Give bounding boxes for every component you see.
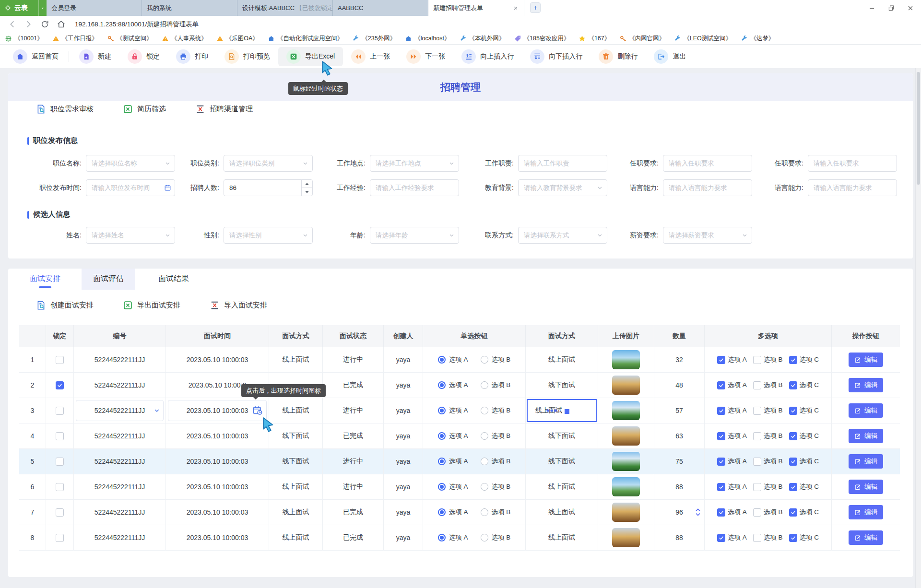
form-field-text[interactable]: 请输入工作经验要求 <box>370 179 459 196</box>
option-checkbox[interactable] <box>717 483 725 491</box>
uploaded-image-thumbnail[interactable] <box>612 503 640 522</box>
form-field-select[interactable]: 请选择姓名 <box>86 227 175 244</box>
lock-checkbox[interactable] <box>56 534 64 542</box>
radio-button[interactable] <box>481 483 488 491</box>
form-field-text[interactable]: 请输入工作职责 <box>518 155 607 172</box>
bookmark-item[interactable]: 《localhost》 <box>405 35 450 43</box>
form-field-text[interactable]: 请输入语言能力要求 <box>663 179 752 196</box>
bookmark-item[interactable]: 《185密改应用》 <box>514 35 570 43</box>
number-spinner[interactable] <box>301 180 312 196</box>
form-field-date[interactable]: 请输入职位发布时间 <box>86 179 175 196</box>
spinner-up-icon[interactable] <box>302 180 312 188</box>
bookmark-item[interactable]: 《达梦》 <box>741 35 774 43</box>
checkbox-option[interactable]: 选项 B <box>753 432 783 440</box>
checkbox-option[interactable]: 选项 A <box>717 482 747 491</box>
radio-button[interactable] <box>481 356 488 364</box>
uploaded-image-thumbnail[interactable] <box>612 528 640 547</box>
radio-option[interactable]: 选项 A <box>438 381 468 389</box>
form-field-text[interactable]: 请输入语言能力要求 <box>808 179 897 196</box>
radio-button[interactable] <box>438 534 446 541</box>
address-bar[interactable]: 192.168.1.235:88/10001/新建招聘管理表单 <box>75 20 199 29</box>
radio-option[interactable]: 选项 B <box>481 432 511 440</box>
option-checkbox[interactable] <box>717 508 725 517</box>
bookmark-item[interactable]: 《人事系统》 <box>162 35 207 43</box>
uploaded-image-thumbnail[interactable] <box>612 477 640 496</box>
forward-button[interactable] <box>24 20 33 29</box>
uploaded-image-thumbnail[interactable] <box>612 376 640 395</box>
cell-fill-handle[interactable] <box>565 409 569 414</box>
radio-button[interactable] <box>438 356 446 364</box>
radio-option[interactable]: 选项 B <box>481 355 511 364</box>
uploaded-image-thumbnail[interactable] <box>612 350 640 369</box>
back-button[interactable] <box>8 20 17 29</box>
radio-option[interactable]: 选项 A <box>438 482 468 491</box>
scrollbar-thumb[interactable] <box>917 72 920 185</box>
checkbox-option[interactable]: 选项 C <box>789 381 819 389</box>
close-button[interactable] <box>901 0 920 16</box>
radio-button[interactable] <box>438 508 446 516</box>
bookmark-item[interactable]: 《LEO测试空间》 <box>674 35 732 43</box>
page-scrollbar[interactable] <box>915 68 921 588</box>
lock-checkbox[interactable] <box>56 483 64 491</box>
browser-tab[interactable]: AABBCC <box>333 0 428 16</box>
toolbar-button-退出[interactable]: 退出 <box>646 47 694 66</box>
checkbox-option[interactable]: 选项 B <box>753 406 783 415</box>
toolbar-button-打印预览[interactable]: 打印预览 <box>216 47 278 66</box>
form-field-number[interactable]: 86 <box>224 179 313 196</box>
checkbox-option[interactable]: 选项 C <box>789 432 819 440</box>
radio-button[interactable] <box>481 508 488 516</box>
option-checkbox[interactable] <box>753 534 761 542</box>
checkbox-option[interactable]: 选项 C <box>789 482 819 491</box>
option-checkbox[interactable] <box>753 356 761 364</box>
option-checkbox[interactable] <box>717 534 725 542</box>
option-checkbox[interactable] <box>717 432 725 440</box>
option-checkbox[interactable] <box>753 381 761 389</box>
radio-button[interactable] <box>438 407 446 414</box>
checkbox-option[interactable]: 选项 B <box>753 482 783 491</box>
edit-button[interactable]: 编辑 <box>849 454 883 469</box>
radio-button[interactable] <box>481 381 488 389</box>
lock-checkbox[interactable] <box>56 508 64 517</box>
checkbox-option[interactable]: 选项 B <box>753 381 783 389</box>
action-button-简历筛选[interactable]: 简历筛选 <box>123 104 166 114</box>
radio-button[interactable] <box>481 534 488 541</box>
edit-button[interactable]: 编辑 <box>849 530 883 545</box>
radio-button[interactable] <box>438 432 446 440</box>
edit-button[interactable]: 编辑 <box>849 403 883 418</box>
browser-tab[interactable]: 新建招聘管理表单 <box>428 0 524 16</box>
form-field-select[interactable]: 请选择职位名称 <box>86 155 175 172</box>
option-checkbox[interactable] <box>789 407 797 415</box>
toolbar-button-下一张[interactable]: 下一张 <box>398 47 453 66</box>
radio-button[interactable] <box>481 407 488 414</box>
option-checkbox[interactable] <box>753 508 761 517</box>
option-checkbox[interactable] <box>789 356 797 364</box>
action-button-导出面试安排[interactable]: 导出面试安排 <box>123 300 180 310</box>
checkbox-option[interactable]: 选项 A <box>717 432 747 440</box>
action-button-导入面试安排[interactable]: 导入面试安排 <box>210 300 267 310</box>
bookmark-item[interactable]: 《自动化测试应用空间》 <box>268 35 343 43</box>
radio-option[interactable]: 选项 A <box>438 432 468 440</box>
reload-button[interactable] <box>40 20 49 29</box>
radio-option[interactable]: 选项 B <box>481 482 511 491</box>
method2-cell[interactable]: 线上面试 <box>526 398 598 423</box>
action-button-职位需求审核[interactable]: 职位需求审核 <box>36 104 94 114</box>
bookmark-item[interactable]: 《167》 <box>579 35 610 43</box>
toolbar-button-删除行[interactable]: 删除行 <box>590 47 646 66</box>
code-value[interactable]: 522445222111JJ <box>94 407 145 414</box>
home-button[interactable] <box>57 20 66 29</box>
logo-dropdown-button[interactable] <box>38 0 47 16</box>
checkbox-option[interactable]: 选项 A <box>717 533 747 542</box>
option-checkbox[interactable] <box>789 534 797 542</box>
radio-option[interactable]: 选项 B <box>481 533 511 542</box>
bookmark-item[interactable]: 《工作日报》 <box>52 35 98 43</box>
radio-option[interactable]: 选项 A <box>438 406 468 415</box>
checkbox-option[interactable]: 选项 B <box>753 533 783 542</box>
form-field-select[interactable]: 请选择工作地点 <box>370 155 459 172</box>
bookmark-item[interactable]: 《本机外网》 <box>460 35 505 43</box>
bookmark-item[interactable]: 《测试空间》 <box>107 35 153 43</box>
bookmark-item[interactable]: 《乐图OA》 <box>216 35 259 43</box>
option-checkbox[interactable] <box>753 432 761 440</box>
checkbox-option[interactable]: 选项 C <box>789 533 819 542</box>
form-field-select[interactable]: 请输入教育背景要求 <box>518 179 607 196</box>
radio-option[interactable]: 选项 A <box>438 457 468 466</box>
